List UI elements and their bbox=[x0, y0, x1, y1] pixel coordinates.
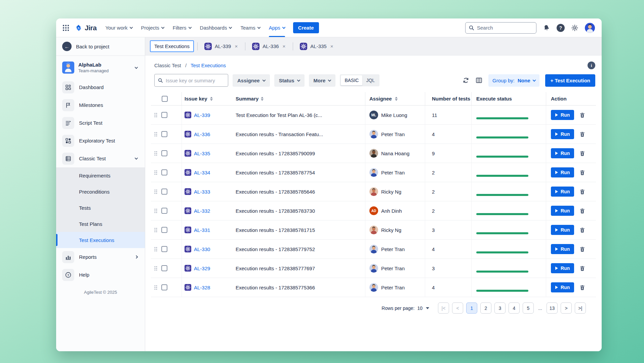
tab-al-336[interactable]: AL-336 × bbox=[249, 41, 289, 52]
trash-icon[interactable] bbox=[579, 189, 586, 195]
drag-handle-icon[interactable] bbox=[154, 208, 157, 213]
sidebar-item-exploratory-test[interactable]: Exploratory Test bbox=[56, 132, 145, 150]
summary-text[interactable]: Execution results - 1728385777697 bbox=[236, 266, 315, 271]
run-button[interactable]: Run bbox=[551, 225, 574, 235]
sidebar-item-help[interactable]: ? Help bbox=[56, 266, 145, 284]
drag-handle-icon[interactable] bbox=[154, 132, 157, 137]
issue-key-link[interactable]: AL-333 bbox=[194, 189, 210, 195]
sidebar-submenu-item-tests[interactable]: Tests bbox=[56, 200, 145, 216]
drag-handle-icon[interactable] bbox=[154, 170, 157, 175]
sidebar-submenu-item-requirements[interactable]: Requirements bbox=[56, 167, 145, 184]
sort-icon[interactable] bbox=[261, 97, 264, 101]
trash-icon[interactable] bbox=[579, 265, 586, 272]
sidebar-submenu-item-test-plans[interactable]: Test Plans bbox=[56, 216, 145, 232]
sidebar-item-reports[interactable]: Reports bbox=[56, 248, 145, 266]
page-button-5[interactable]: 5 bbox=[523, 302, 534, 314]
row-checkbox[interactable] bbox=[161, 169, 167, 175]
trash-icon[interactable] bbox=[579, 208, 586, 214]
run-button[interactable]: Run bbox=[551, 129, 574, 139]
run-button[interactable]: Run bbox=[551, 110, 574, 120]
project-switcher[interactable]: AlphaLab Team-managed bbox=[56, 56, 145, 78]
create-button[interactable]: Create bbox=[293, 22, 319, 33]
global-search-input[interactable] bbox=[477, 25, 527, 31]
page-button-2[interactable]: 2 bbox=[480, 302, 491, 314]
drag-handle-icon[interactable] bbox=[154, 266, 157, 271]
row-checkbox[interactable] bbox=[161, 227, 167, 233]
summary-text[interactable]: Execution results - Transaction Featu... bbox=[236, 131, 323, 137]
refresh-icon[interactable] bbox=[462, 77, 470, 84]
app-switcher-icon[interactable] bbox=[63, 25, 69, 31]
trash-icon[interactable] bbox=[579, 131, 586, 137]
issue-filter-search[interactable] bbox=[154, 74, 228, 87]
trash-icon[interactable] bbox=[579, 150, 586, 157]
jql-mode-button[interactable]: JQL bbox=[362, 75, 378, 85]
columns-icon[interactable] bbox=[475, 77, 483, 84]
run-button[interactable]: Run bbox=[551, 263, 574, 273]
assignee-filter-dropdown[interactable]: Assignee bbox=[233, 74, 270, 87]
sort-icon[interactable] bbox=[395, 97, 398, 101]
rows-per-page-value[interactable]: 10 bbox=[417, 306, 422, 311]
execute-status-bar[interactable] bbox=[476, 213, 528, 215]
execute-status-bar[interactable] bbox=[476, 232, 528, 234]
topnav-item-your-work[interactable]: Your work bbox=[105, 18, 132, 37]
notifications-bell-icon[interactable] bbox=[543, 24, 550, 32]
issue-key-link[interactable]: AL-336 bbox=[194, 131, 210, 137]
status-filter-dropdown[interactable]: Status bbox=[274, 74, 305, 87]
run-button[interactable]: Run bbox=[551, 282, 574, 292]
more-filter-dropdown[interactable]: More bbox=[309, 74, 336, 87]
row-checkbox[interactable] bbox=[161, 284, 167, 290]
breadcrumb-parent[interactable]: Classic Test bbox=[154, 63, 181, 68]
back-to-project[interactable]: ← Back to project bbox=[56, 37, 145, 56]
execute-status-bar[interactable] bbox=[476, 156, 528, 158]
topnav-item-projects[interactable]: Projects bbox=[141, 18, 164, 37]
sidebar-item-script-test[interactable]: Script Test bbox=[56, 114, 145, 132]
settings-gear-icon[interactable] bbox=[571, 24, 578, 32]
row-checkbox[interactable] bbox=[161, 246, 167, 252]
run-button[interactable]: Run bbox=[551, 244, 574, 254]
issue-key-link[interactable]: AL-330 bbox=[194, 246, 210, 252]
issue-filter-input[interactable] bbox=[166, 78, 221, 83]
run-button[interactable]: Run bbox=[551, 167, 574, 177]
issue-key-link[interactable]: AL-335 bbox=[194, 151, 210, 156]
execute-status-bar[interactable] bbox=[476, 136, 528, 138]
header-assignee[interactable]: Assignee bbox=[365, 92, 425, 105]
issue-key-link[interactable]: AL-339 bbox=[194, 112, 210, 118]
sidebar-submenu-item-test-executions[interactable]: Test Executions bbox=[56, 232, 145, 248]
row-checkbox[interactable] bbox=[161, 131, 167, 137]
drag-handle-icon[interactable] bbox=[154, 228, 157, 233]
group-by-button[interactable]: Group by: None bbox=[488, 74, 539, 87]
drag-handle-icon[interactable] bbox=[154, 189, 157, 194]
page-button-13[interactable]: 13 bbox=[547, 302, 558, 314]
drag-handle-icon[interactable] bbox=[154, 285, 157, 290]
topnav-item-teams[interactable]: Teams bbox=[240, 18, 260, 37]
jira-logo[interactable]: Jira bbox=[75, 24, 96, 32]
summary-text[interactable]: Execution results - 1728385787754 bbox=[236, 170, 315, 175]
execute-status-bar[interactable] bbox=[476, 175, 528, 177]
sidebar-submenu-item-preconditions[interactable]: Preconditions bbox=[56, 184, 145, 200]
header-issue-key[interactable]: Issue key bbox=[182, 92, 230, 105]
topnav-item-apps[interactable]: Apps bbox=[269, 18, 285, 37]
trash-icon[interactable] bbox=[579, 284, 586, 291]
user-avatar[interactable] bbox=[585, 23, 595, 33]
execute-status-bar[interactable] bbox=[476, 194, 528, 196]
summary-text[interactable]: Execution results - 1728385785646 bbox=[236, 189, 315, 195]
row-checkbox[interactable] bbox=[161, 112, 167, 118]
run-button[interactable]: Run bbox=[551, 206, 574, 216]
drag-handle-icon[interactable] bbox=[154, 113, 157, 118]
sidebar-item-milestones[interactable]: Milestones bbox=[56, 96, 145, 114]
topnav-item-dashboards[interactable]: Dashboards bbox=[200, 18, 232, 37]
global-search[interactable] bbox=[465, 22, 536, 34]
close-icon[interactable]: × bbox=[234, 43, 238, 49]
issue-key-link[interactable]: AL-331 bbox=[194, 227, 210, 233]
issue-key-link[interactable]: AL-328 bbox=[194, 285, 210, 290]
page-button-1[interactable]: 1 bbox=[466, 302, 477, 314]
last-page-button[interactable]: >| bbox=[575, 302, 586, 314]
execute-status-bar[interactable] bbox=[476, 251, 528, 253]
close-icon[interactable]: × bbox=[330, 43, 334, 49]
issue-key-link[interactable]: AL-329 bbox=[194, 266, 210, 271]
row-checkbox[interactable] bbox=[161, 189, 167, 195]
select-all-checkbox[interactable] bbox=[162, 96, 168, 102]
summary-text[interactable]: Execution results - 1728385779752 bbox=[236, 246, 315, 252]
run-button[interactable]: Run bbox=[551, 187, 574, 197]
row-checkbox[interactable] bbox=[161, 150, 167, 156]
